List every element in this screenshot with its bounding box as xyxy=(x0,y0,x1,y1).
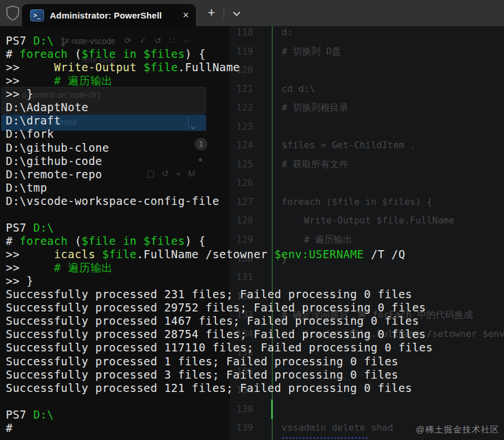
terminal-line: D:\AdaptNote xyxy=(6,101,502,114)
terminal-line: >> icacls $file.FullName /setowner $env:… xyxy=(6,248,502,261)
terminal-line: PS7 D:\ xyxy=(6,221,502,234)
terminal-line: # foreach ($file in $files) { xyxy=(6,47,502,61)
terminal-line: >> Write-Output $file.FullName xyxy=(6,61,502,74)
windows-terminal-window: >_ Administrator: PowerShell × + 118d:11… xyxy=(0,0,504,440)
terminal-line: >> } xyxy=(6,274,502,288)
terminal-line: D:\github-clone xyxy=(6,141,502,155)
terminal-line: D:\vscode-workspace-config-file xyxy=(6,195,502,208)
tab-title: Administrator: PowerShell xyxy=(50,10,177,20)
terminal-line: D:\draft xyxy=(6,114,502,127)
terminal-line: Successfully processed 28754 files; Fail… xyxy=(6,328,502,341)
tab-dropdown-button[interactable] xyxy=(228,5,245,22)
new-tab-button[interactable]: + xyxy=(202,5,221,22)
admin-shield-icon xyxy=(5,5,20,21)
terminal-line: PS7 D:\ xyxy=(6,408,502,421)
terminal-line: Successfully processed 3 files; Failed p… xyxy=(6,368,502,382)
terminal-line: D:\remote-repo xyxy=(6,168,502,181)
terminal-line xyxy=(6,395,502,408)
powershell-icon: >_ xyxy=(30,9,44,21)
terminal-line: D:\github-code xyxy=(6,155,502,168)
terminal-line: Successfully processed 231 files; Failed… xyxy=(6,288,502,301)
tab-close-icon[interactable]: × xyxy=(182,10,189,20)
terminal-line: >> # 遍历输出 xyxy=(6,74,502,87)
watermark: @稀土掘金技术社区 xyxy=(416,424,499,435)
terminal-line: Successfully processed 29752 files; Fail… xyxy=(6,301,502,314)
terminal-line: Successfully processed 117110 files; Fai… xyxy=(6,341,502,354)
terminal-line: >> } xyxy=(6,87,502,101)
titlebar[interactable]: >_ Administrator: PowerShell × + xyxy=(0,0,504,26)
terminal-line: # foreach ($file in $files) { xyxy=(6,234,502,248)
terminal-output: PS7 D:\# foreach ($file in $files) {>> W… xyxy=(6,34,502,435)
terminal-line: Successfully processed 121 files; Failed… xyxy=(6,382,502,395)
titlebar-divider xyxy=(224,8,224,19)
terminal-line: >> # 遍历输出 xyxy=(6,261,502,274)
terminal-content-area[interactable]: 118d:119# 切换到 D盘120121cd d:\122# 切换到根目录1… xyxy=(0,26,504,440)
terminal-line: Successfully processed 1467 files; Faile… xyxy=(6,314,502,328)
error-squiggle-underline xyxy=(282,437,368,439)
terminal-line: D:\tmp xyxy=(6,181,502,195)
terminal-line xyxy=(6,208,502,221)
terminal-line: PS7 D:\ xyxy=(6,34,502,47)
terminal-line: Successfully processed 1 files; Failed p… xyxy=(6,355,502,368)
terminal-line: D:\fork xyxy=(6,127,502,141)
chevron-down-icon xyxy=(233,9,240,16)
